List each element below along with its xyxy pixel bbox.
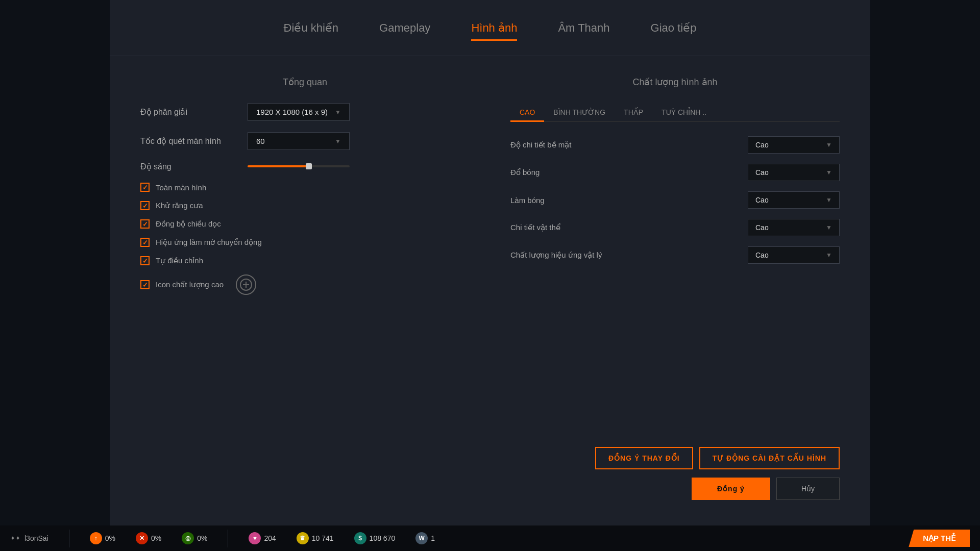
tab-binh-thuong[interactable]: BÌNH THƯỜNG: [544, 103, 615, 121]
checkbox-tu-dieu-chinh-label: Tự điều chỉnh: [156, 256, 203, 265]
status-value-3: 0%: [197, 534, 207, 542]
chi-tiet-vat-the-arrow: ▼: [826, 224, 832, 231]
toc-do-quet-dropdown[interactable]: 60 ▼: [248, 132, 350, 150]
tab-dieu-khien[interactable]: Điều khiển: [284, 17, 338, 39]
status-icon-6: $: [354, 532, 366, 544]
status-item-5: ♛ 10 741: [297, 532, 334, 544]
side-panel-left: [0, 0, 110, 551]
status-item-7: W 1: [415, 532, 435, 544]
do-bong-arrow: ▼: [826, 169, 832, 176]
tab-giao-tiep[interactable]: Giao tiếp: [651, 17, 697, 39]
do-bong-row: Đổ bóng Cao ▼: [510, 164, 840, 181]
settings-panel: Tổng quan Độ phân giải 1920 X 1080 (16 x…: [110, 56, 870, 324]
divider-1: [69, 530, 69, 547]
dong-y-button[interactable]: Đồng ý: [692, 478, 770, 500]
status-item-6: $ 108 670: [354, 532, 396, 544]
slider-thumb[interactable]: [306, 163, 312, 169]
status-item-2: ✕ 0%: [136, 532, 161, 544]
crosshair-icon: [243, 282, 249, 288]
checkbox-toan-man-hinh: Toàn màn hình: [140, 183, 470, 192]
status-icon-4: ♥: [249, 532, 261, 544]
checkbox-dong-bo-chieu-doc-label: Đồng bộ chiều dọc: [156, 219, 221, 229]
quality-icon-circle: [236, 274, 256, 295]
chat-luong-hieu-ung-arrow: ▼: [826, 252, 832, 259]
do-phan-giai-label: Độ phân giải: [140, 107, 248, 117]
chat-luong-hieu-ung-dropdown[interactable]: Cao ▼: [748, 246, 840, 264]
tu-dong-cai-dat-button[interactable]: TỰ ĐỘNG CÀI ĐẶT CẤU HÌNH: [699, 447, 840, 469]
tab-hinh-anh[interactable]: Hình ảnh: [471, 17, 517, 39]
btn-row-bottom: Đồng ý Hủy: [692, 478, 840, 500]
toc-do-quet-row: Tốc độ quét màn hình 60 ▼: [140, 132, 470, 150]
checkbox-hieu-ung-lam-mo-label: Hiệu ứng làm mờ chuyển động: [156, 238, 262, 247]
checkbox-hieu-ung-lam-mo: Hiệu ứng làm mờ chuyển động: [140, 238, 470, 247]
do-bong-dropdown[interactable]: Cao ▼: [748, 164, 840, 181]
do-chi-tiet-dropdown[interactable]: Cao ▼: [748, 136, 840, 154]
chat-luong-hieu-ung-label: Chất lượng hiệu ứng vật lý: [510, 251, 748, 260]
do-phan-giai-row: Độ phân giải 1920 X 1080 (16 x 9) ▼: [140, 103, 470, 121]
checkbox-tu-dieu-chinh-box[interactable]: [140, 256, 150, 265]
nap-the-button[interactable]: NẠP THẺ: [909, 530, 970, 547]
do-sang-label: Độ sáng: [140, 162, 248, 171]
do-bong-label: Đổ bóng: [510, 168, 748, 177]
tab-thap[interactable]: THẤP: [615, 103, 652, 121]
status-value-5: 10 741: [312, 534, 334, 542]
tong-quan-title: Tổng quan: [140, 77, 470, 88]
status-item-4: ♥ 204: [249, 532, 276, 544]
checkbox-dong-bo-chieu-doc: Đồng bộ chiều dọc: [140, 219, 470, 229]
checkbox-icon-chat-luong-cao-box[interactable]: [140, 280, 150, 289]
chi-tiet-vat-the-row: Chi tiết vật thể Cao ▼: [510, 219, 840, 236]
quality-icon-circle-inner: [240, 279, 252, 291]
chat-luong-hieu-ung-row: Chất lượng hiệu ứng vật lý Cao ▼: [510, 246, 840, 264]
do-chi-tiet-label: Độ chi tiết bề mặt: [510, 140, 748, 149]
huy-button[interactable]: Hủy: [776, 478, 840, 500]
status-icon-2: ✕: [136, 532, 148, 544]
checkbox-toan-man-hinh-box[interactable]: [140, 183, 150, 192]
do-sang-slider[interactable]: [248, 161, 350, 171]
status-icon-7: W: [415, 532, 428, 544]
do-phan-giai-dropdown[interactable]: 1920 X 1080 (16 x 9) ▼: [248, 103, 350, 121]
checkbox-toan-man-hinh-label: Toàn màn hình: [156, 183, 206, 192]
checkbox-khu-rang-cua-label: Khử răng cưa: [156, 201, 203, 210]
tab-tuy-chinh[interactable]: TUỲ CHỈNH ..: [652, 103, 716, 121]
section-chat-luong: Chất lượng hình ảnh CAO BÌNH THƯỜNG THẤP…: [510, 77, 840, 304]
status-icon-5: ♛: [297, 532, 309, 544]
do-bong-value: Cao: [755, 168, 769, 177]
chi-tiet-vat-the-dropdown[interactable]: Cao ▼: [748, 219, 840, 236]
do-chi-tiet-arrow: ▼: [826, 141, 832, 148]
main-content: Điều khiển Gameplay Hình ảnh Âm Thanh Gi…: [110, 0, 870, 551]
status-value-1: 0%: [105, 534, 115, 542]
lam-bong-arrow: ▼: [826, 196, 832, 204]
bottom-buttons: ĐỒNG Ý THAY ĐỔI TỰ ĐỘNG CÀI ĐẶT CẤU HÌNH…: [595, 447, 840, 500]
slider-track: [248, 165, 350, 167]
tab-gameplay[interactable]: Gameplay: [379, 17, 430, 39]
checkbox-hieu-ung-lam-mo-box[interactable]: [140, 238, 150, 247]
status-bar: ✦✦ l3onSai ↑ 0% ✕ 0% ◎ 0% ♥ 204 ♛ 10 741…: [0, 525, 980, 551]
do-phan-giai-value: 1920 X 1080 (16 x 9): [256, 108, 328, 116]
do-chi-tiet-row: Độ chi tiết bề mặt Cao ▼: [510, 136, 840, 154]
tab-am-thanh[interactable]: Âm Thanh: [558, 17, 609, 39]
status-item-3: ◎ 0%: [182, 532, 207, 544]
do-phan-giai-arrow: ▼: [335, 109, 341, 116]
status-value-2: 0%: [151, 534, 161, 542]
stars-icon: ✦✦: [10, 535, 20, 542]
status-value-4: 204: [264, 534, 276, 542]
chi-tiet-vat-the-value: Cao: [755, 223, 769, 232]
toc-do-quet-arrow: ▼: [335, 138, 341, 145]
toc-do-quet-value: 60: [256, 137, 265, 145]
checkbox-dong-bo-chieu-doc-box[interactable]: [140, 219, 150, 229]
section-tong-quan: Tổng quan Độ phân giải 1920 X 1080 (16 x…: [140, 77, 470, 304]
status-icon-3: ◎: [182, 532, 194, 544]
checkbox-tu-dieu-chinh: Tự điều chỉnh: [140, 256, 470, 265]
status-user: ✦✦ l3onSai: [10, 534, 48, 542]
btn-row-top: ĐỒNG Ý THAY ĐỔI TỰ ĐỘNG CÀI ĐẶT CẤU HÌNH: [595, 447, 840, 469]
chat-luong-title: Chất lượng hình ảnh: [510, 77, 840, 88]
lam-bong-row: Làm bóng Cao ▼: [510, 191, 840, 209]
checkbox-icon-chat-luong-cao: Icon chất lượng cao: [140, 274, 470, 295]
checkbox-khu-rang-cua-box[interactable]: [140, 201, 150, 210]
dong-y-thay-doi-button[interactable]: ĐỒNG Ý THAY ĐỔI: [595, 447, 693, 469]
tab-cao[interactable]: CAO: [510, 103, 544, 121]
chi-tiet-vat-the-label: Chi tiết vật thể: [510, 223, 748, 232]
divider-2: [228, 530, 228, 547]
quality-tabs: CAO BÌNH THƯỜNG THẤP TUỲ CHỈNH ..: [510, 103, 840, 122]
lam-bong-dropdown[interactable]: Cao ▼: [748, 191, 840, 209]
